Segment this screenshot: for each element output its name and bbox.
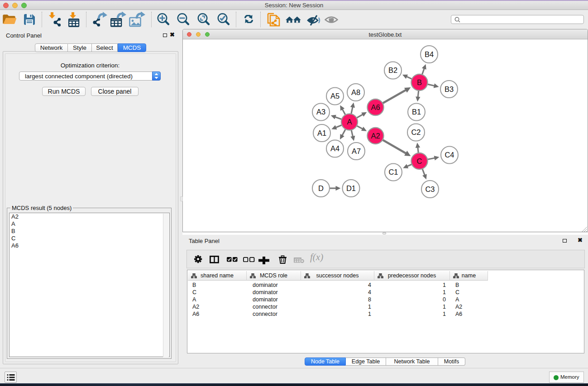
svg-text:A5: A5 xyxy=(330,92,339,100)
svg-text:A2: A2 xyxy=(371,132,380,140)
svg-text:A4: A4 xyxy=(330,144,339,152)
svg-text:D1: D1 xyxy=(346,184,356,192)
svg-text:C1: C1 xyxy=(388,168,398,176)
svg-text:C4: C4 xyxy=(445,151,454,159)
svg-text:B: B xyxy=(417,78,422,86)
svg-text:B3: B3 xyxy=(445,85,454,93)
svg-text:B1: B1 xyxy=(412,108,421,116)
svg-text:C: C xyxy=(417,157,422,165)
svg-text:A1: A1 xyxy=(317,129,326,137)
svg-text:C2: C2 xyxy=(411,128,421,136)
svg-text:B4: B4 xyxy=(425,50,434,58)
svg-text:D: D xyxy=(318,184,324,192)
svg-text:A3: A3 xyxy=(316,108,325,116)
svg-text:A7: A7 xyxy=(352,147,361,155)
svg-text:A: A xyxy=(347,118,352,126)
svg-text:C3: C3 xyxy=(425,185,435,193)
svg-text:A8: A8 xyxy=(351,88,360,96)
svg-text:B2: B2 xyxy=(388,66,397,74)
svg-text:A6: A6 xyxy=(371,103,380,111)
